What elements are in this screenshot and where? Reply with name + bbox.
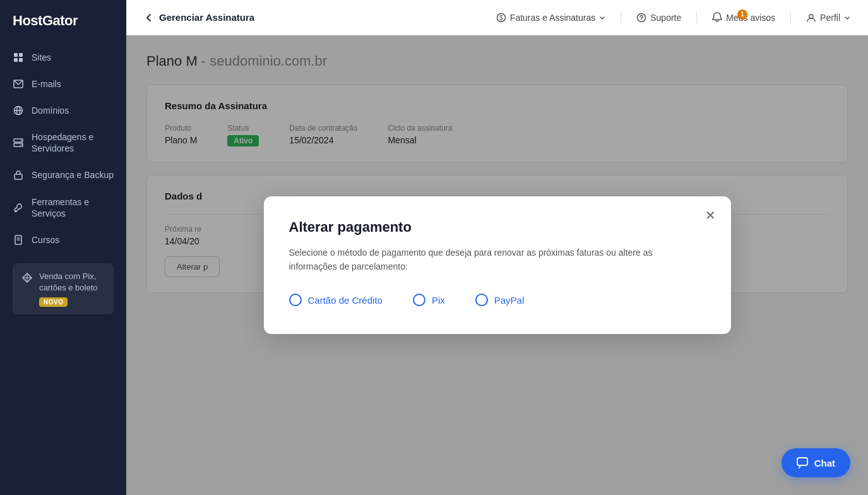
sidebar-item-label: Domínios [32,105,69,116]
svg-rect-0 [14,53,18,57]
modal-title: Alterar pagamento [289,219,706,236]
nav-divider2 [696,11,697,24]
promo-text: Venda com Pix, cartões e boleto [39,271,105,294]
faturas-label: Faturas e Assinaturas [510,13,595,23]
sidebar-item-emails[interactable]: E-mails [0,71,126,97]
faturas-nav[interactable]: $ Faturas e Assinaturas [496,13,605,23]
modal-description: Selecione o método de pagamento que dese… [289,246,668,274]
sidebar-item-sites[interactable]: Sites [0,44,126,71]
server-icon [13,137,24,148]
svg-point-11 [21,145,22,146]
mail-icon [13,78,24,90]
chat-icon [797,457,808,468]
topbar-nav: $ Faturas e Assinaturas Suporte 1 Meus a… [496,11,850,24]
nav-divider3 [790,11,791,24]
payment-option-paypal[interactable]: PayPal [475,294,525,306]
novo-badge: NOVO [39,297,68,307]
main-area: Gerenciar Assinatura $ Faturas e Assinat… [126,0,868,495]
svg-rect-3 [19,58,23,62]
wrench-icon [13,202,24,213]
sidebar-item-label: Sites [32,52,51,63]
svg-text:$: $ [499,15,503,21]
payment-option-cartao[interactable]: Cartão de Crédito [289,294,383,306]
avisos-label: Meus avisos [726,13,775,23]
avisos-nav[interactable]: 1 Meus avisos [712,12,775,23]
suporte-label: Suporte [650,13,681,23]
notification-badge: 1 [737,9,747,20]
sidebar-item-label: Ferramentas e Serviços [32,196,114,219]
payment-option-pix[interactable]: Pix [413,294,445,306]
pix-label: Pix [432,295,445,306]
book-icon [13,234,24,246]
cartao-label: Cartão de Crédito [308,295,383,306]
svg-rect-24 [797,458,807,465]
alterar-pagamento-modal: ✕ Alterar pagamento Selecione o método d… [264,196,731,335]
page-content: Plano M - seudominio.com.br Resumo da As… [126,35,868,495]
paypal-label: PayPal [494,295,525,306]
svg-rect-1 [19,53,23,57]
svg-point-23 [809,15,813,18]
radio-paypal [475,294,488,306]
sidebar-item-seguranca[interactable]: Segurança e Backup [0,162,126,188]
sidebar-item-ferramentas[interactable]: Ferramentas e Serviços [0,189,126,227]
sidebar-item-hospedagens[interactable]: Hospedagens e Servidores [0,124,126,162]
svg-point-10 [21,140,22,141]
profile-label: Perfil [820,13,840,23]
radio-cartao [289,294,302,306]
payment-options: Cartão de Crédito Pix PayPal [289,294,706,306]
brand-logo: HostGator [0,0,126,44]
sidebar-item-label: E-mails [32,79,61,89]
chat-label: Chat [814,458,835,468]
grid-icon [13,52,24,63]
svg-point-22 [641,19,642,20]
sidebar: HostGator Sites E-mails Domínios Hospeda… [0,0,126,495]
pix-icon [21,272,33,286]
sidebar-item-dominios[interactable]: Domínios [0,97,126,124]
sidebar-item-cursos[interactable]: Cursos [0,227,126,253]
sidebar-promo[interactable]: Venda com Pix, cartões e boleto NOVO [13,263,114,314]
back-label: Gerenciar Assinatura [159,12,254,23]
sidebar-item-label: Cursos [32,235,59,245]
modal-close-button[interactable]: ✕ [703,206,718,224]
profile-nav[interactable]: Perfil [806,13,850,23]
lock-icon [13,169,24,181]
topbar: Gerenciar Assinatura $ Faturas e Assinat… [126,0,868,35]
chat-button[interactable]: Chat [782,448,850,477]
sidebar-item-label: Segurança e Backup [32,169,114,181]
svg-rect-2 [14,58,18,62]
suporte-nav[interactable]: Suporte [636,13,681,23]
svg-rect-12 [15,174,22,179]
modal-overlay: ✕ Alterar pagamento Selecione o método d… [126,35,868,495]
radio-pix [413,294,425,306]
sidebar-item-label: Hospedagens e Servidores [32,131,114,154]
globe-icon [13,105,24,116]
back-button[interactable]: Gerenciar Assinatura [144,12,254,23]
nav-divider [621,11,621,24]
